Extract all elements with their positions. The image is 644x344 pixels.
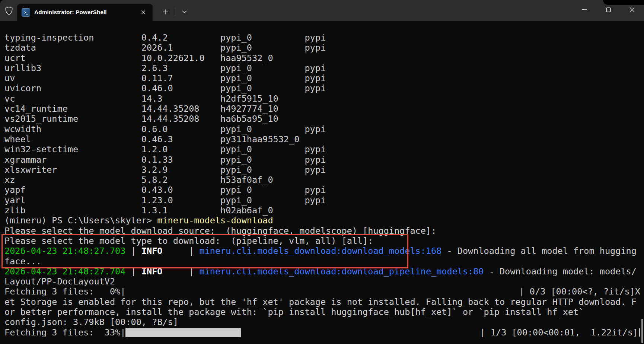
terminal-row: uv 0.11.7 pypi_0 pypi: [4, 73, 640, 83]
terminal-row: Please select the model download source:…: [4, 226, 640, 236]
background-window-corner: [603, 0, 644, 5]
tab-close-icon[interactable]: [138, 7, 148, 17]
terminal-row: uvicorn 0.46.0 pypi_0 pypi: [4, 83, 640, 93]
terminal-row: Fetching 3 files: 0%|| 0/3 [00:00<?, ?it…: [4, 287, 640, 297]
terminal-row: win32-setctime 1.2.0 pypi_0 pypi: [4, 144, 640, 155]
progress-bar-fill: [125, 328, 241, 337]
terminal-row: xgrammar 0.1.33 pypi_0 pypi: [4, 155, 640, 165]
terminal-row: tzdata 2026.1 pypi_0 pypi: [4, 43, 640, 53]
terminal-row: zlib 1.3.1 h02ab6af_0: [4, 206, 640, 216]
terminal-row: wheel 0.46.3 py311haa95532_0: [4, 134, 640, 144]
admin-shield-icon: [5, 6, 13, 15]
minimize-button[interactable]: [573, 2, 596, 17]
tab-dropdown-button[interactable]: [179, 7, 190, 16]
scrollbar-thumb[interactable]: [641, 319, 643, 343]
terminal-row: Fetching 3 files: 33%|| 1/3 [00:00<00:01…: [4, 328, 640, 338]
terminal-row: ucrt 10.0.22621.0 haa95532_0: [4, 53, 640, 63]
terminal-row: (mineru) PS C:\Users\skyler> mineru-mode…: [4, 216, 640, 226]
tabbar-separator: [175, 8, 175, 16]
terminal-row: yapf 0.43.0 pypi_0 pypi: [4, 185, 640, 195]
terminal-row: xlsxwriter 3.2.9 pypi_0 pypi: [4, 165, 640, 175]
terminal-row: vc 14.3 h2df5915_10: [4, 94, 640, 104]
tab-title: Administrator: PowerShell: [34, 9, 107, 16]
terminal-row: or better performance, install the packa…: [4, 307, 640, 317]
tab-administrator-powershell[interactable]: >_ Administrator: PowerShell: [17, 4, 153, 21]
terminal-row: Layout/PP-DocLayoutV2: [4, 277, 640, 287]
terminal-row: face...: [4, 257, 640, 267]
terminal-window: >_ Administrator: PowerShell: [0, 0, 644, 344]
terminal-row: yarl 1.23.0 pypi_0 pypi: [4, 195, 640, 206]
terminal-row: vs2015_runtime 14.44.35208 ha6b5a95_10: [4, 114, 640, 124]
powershell-icon: >_: [22, 8, 30, 17]
terminal-row: typing-inspection 0.4.2 pypi_0 pypi: [4, 33, 640, 43]
terminal-row: et Storage is enabled for this repo, but…: [4, 297, 640, 307]
new-tab-button[interactable]: [159, 6, 172, 18]
terminal-row: Please select the model type to download…: [4, 236, 640, 246]
terminal-row: 2026-04-23 21:48:27.703 | INFO | mineru.…: [4, 246, 640, 256]
terminal-row: vc14_runtime 14.44.35208 h4927774_10: [4, 104, 640, 114]
terminal-cursor: [639, 328, 640, 337]
terminal-rows: typing-inspection 0.4.2 pypi_0 pypitzdat…: [4, 33, 640, 338]
terminal-row: urllib3 2.6.3 pypi_0 pypi: [4, 63, 640, 73]
terminal-screen: typing-inspection 0.4.2 pypi_0 pypitzdat…: [0, 21, 644, 344]
titlebar: >_ Administrator: PowerShell: [0, 0, 644, 21]
terminal-row: wcwidth 0.6.0 pypi_0 pypi: [4, 124, 640, 134]
terminal-row: xz 5.8.2 h53af0af_0: [4, 175, 640, 185]
terminal-row: 2026-04-23 21:48:27.704 | INFO | mineru.…: [4, 267, 640, 277]
terminal-row: config.json: 3.79kB [00:00, ?B/s]: [4, 317, 640, 327]
